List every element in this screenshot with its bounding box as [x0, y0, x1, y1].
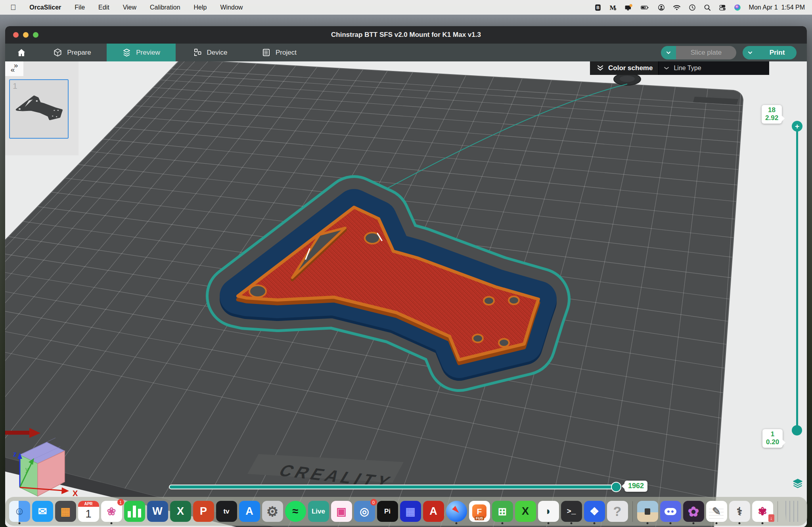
- mosaic-app-dock-icon[interactable]: ▦: [400, 501, 421, 522]
- control-center-icon[interactable]: [719, 4, 726, 11]
- apple-menu-icon[interactable]: : [10, 3, 16, 12]
- calculator-dock-icon[interactable]: ▦: [55, 501, 76, 522]
- running-indicator: [571, 522, 573, 524]
- y-axis-label: y: [25, 466, 29, 473]
- maximize-window-button[interactable]: [33, 32, 38, 38]
- textedit-dock-icon[interactable]: ✎: [706, 501, 727, 522]
- menu-item-view[interactable]: View: [123, 4, 136, 11]
- bottom-layer-number: 1: [766, 430, 779, 438]
- plate-list-panel: »« 1: [5, 61, 79, 155]
- acrobat-dock-icon[interactable]: A: [423, 501, 444, 522]
- move-slider-tooltip: 1962: [624, 481, 647, 492]
- add-color-change-button[interactable]: +: [792, 121, 802, 132]
- cleanmymac-dock-icon[interactable]: ▣: [331, 501, 352, 522]
- spiral-app-dock-icon[interactable]: ◎0: [354, 501, 375, 522]
- layer-slider-track[interactable]: [796, 131, 798, 428]
- menu-item-edit[interactable]: Edit: [98, 4, 109, 11]
- layer-slider-handle[interactable]: [792, 425, 802, 435]
- viewport-3d[interactable]: CREALITY: [5, 61, 807, 527]
- display-alert-icon[interactable]: [624, 4, 632, 11]
- word-dock-icon[interactable]: W: [147, 501, 168, 522]
- prepare-icon: [53, 48, 62, 57]
- menu-item-help[interactable]: Help: [194, 4, 207, 11]
- bird-slicer-dock-icon[interactable]: ◗: [538, 501, 559, 522]
- menu-clock[interactable]: Mon Apr 1 1:54 PM: [749, 4, 805, 11]
- running-indicator: [548, 522, 550, 524]
- safari-dock-icon[interactable]: [446, 501, 467, 522]
- print-button[interactable]: Print: [758, 46, 797, 59]
- spotify-dock-icon[interactable]: ≈: [285, 501, 306, 522]
- svg-text:B: B: [596, 5, 599, 10]
- excel-dock-icon[interactable]: X: [170, 501, 191, 522]
- running-indicator: [594, 522, 596, 524]
- collapse-legend-icon[interactable]: [590, 65, 608, 72]
- dock-divider: [778, 501, 778, 522]
- finder-dock-icon[interactable]: ☺: [9, 501, 30, 522]
- macos-dock: ☺✉▦APR1❀1WXPtvA⚙≈Live▣◎0Pi▦AFFUS⊞X◗>_❖?✿…: [0, 497, 812, 527]
- tab-project[interactable]: Project: [245, 44, 314, 61]
- disk-utility-dock-icon[interactable]: ⚕: [729, 501, 750, 522]
- tab-device[interactable]: Device: [176, 44, 245, 61]
- slice-options-chevron-button[interactable]: [661, 46, 676, 59]
- screw-hole: [509, 296, 519, 304]
- xtool-dock-icon[interactable]: X: [515, 501, 536, 522]
- terminal-dock-icon[interactable]: >_: [561, 501, 582, 522]
- minimized-photo-dock-icon[interactable]: [637, 501, 658, 522]
- calendar-dock-icon[interactable]: APR1: [78, 501, 99, 522]
- trash-dock-icon[interactable]: [782, 501, 803, 522]
- tab-preview[interactable]: Preview: [107, 44, 176, 61]
- print-options-chevron-button[interactable]: [743, 46, 758, 59]
- menu-item-calibration[interactable]: Calibration: [150, 4, 180, 11]
- close-window-button[interactable]: [13, 32, 19, 38]
- user-account-icon[interactable]: [658, 4, 665, 11]
- discord-dock-icon[interactable]: [660, 501, 681, 522]
- mail-dock-icon[interactable]: ✉: [32, 501, 53, 522]
- menu-item-file[interactable]: File: [75, 4, 85, 11]
- orcaslicer-dock-icon[interactable]: ❖: [584, 501, 605, 522]
- dock-divider: [632, 501, 633, 522]
- numbers-chart-dock-icon[interactable]: [124, 501, 145, 522]
- layers-view-button[interactable]: [789, 475, 806, 492]
- svg-text:0: 0: [614, 8, 615, 10]
- app-store-dock-icon[interactable]: A: [239, 501, 260, 522]
- powerpoint-dock-icon[interactable]: P: [193, 501, 214, 522]
- rpi-imager-dock-icon[interactable]: ✾↓: [752, 501, 773, 522]
- chevron-down-icon: [663, 65, 670, 71]
- app-menu-title[interactable]: OrcaSlicer: [29, 4, 61, 11]
- title-bar: Chinstrap BTT SFS v2.0 Mount for K1 Max …: [5, 26, 807, 44]
- siri-icon[interactable]: [734, 4, 741, 11]
- home-button[interactable]: [5, 44, 38, 61]
- color-scheme-dropdown[interactable]: Line Type: [658, 61, 769, 75]
- build-plate-scene: CREALITY: [5, 61, 807, 527]
- password-manager-icon[interactable]: B: [594, 4, 601, 11]
- running-indicator: [502, 522, 504, 524]
- move-slider-track[interactable]: [169, 485, 617, 489]
- system-settings-dock-icon[interactable]: ⚙: [262, 501, 283, 522]
- menu-item-window[interactable]: Window: [220, 4, 243, 11]
- m-launcher-icon[interactable]: M0: [609, 4, 617, 11]
- screw-hole: [499, 339, 509, 347]
- magnet-dock-icon[interactable]: ⊞: [492, 501, 513, 522]
- tab-prepare[interactable]: Prepare: [38, 44, 107, 61]
- help-dock-icon[interactable]: ?: [607, 501, 628, 522]
- wifi-icon[interactable]: [673, 4, 681, 11]
- top-layer-number: 18: [765, 106, 778, 114]
- orcaslicer-window: Chinstrap BTT SFS v2.0 Mount for K1 Max …: [5, 26, 807, 527]
- time-machine-icon[interactable]: [689, 4, 696, 11]
- spotlight-search-icon[interactable]: [704, 4, 711, 11]
- running-indicator: [19, 522, 21, 524]
- collapse-panel-button[interactable]: »«: [5, 61, 23, 76]
- download-badge: ↓: [768, 514, 774, 522]
- flower-image-dock-icon[interactable]: ✿: [683, 501, 704, 522]
- slice-plate-button[interactable]: Slice plate: [676, 46, 736, 59]
- photos-dock-icon[interactable]: ❀1: [101, 501, 122, 522]
- fusion-360-dock-icon[interactable]: FFUS: [469, 501, 490, 522]
- pixelmator-dock-icon[interactable]: Pi: [377, 501, 398, 522]
- minimize-window-button[interactable]: [23, 32, 29, 38]
- move-slider-handle[interactable]: [611, 482, 621, 492]
- apple-tv-dock-icon[interactable]: tv: [216, 501, 237, 522]
- color-scheme-value: Line Type: [674, 65, 701, 72]
- ableton-live-dock-icon[interactable]: Live: [308, 501, 329, 522]
- battery-charging-icon[interactable]: [640, 4, 650, 11]
- plate-thumbnail[interactable]: 1: [9, 79, 69, 139]
